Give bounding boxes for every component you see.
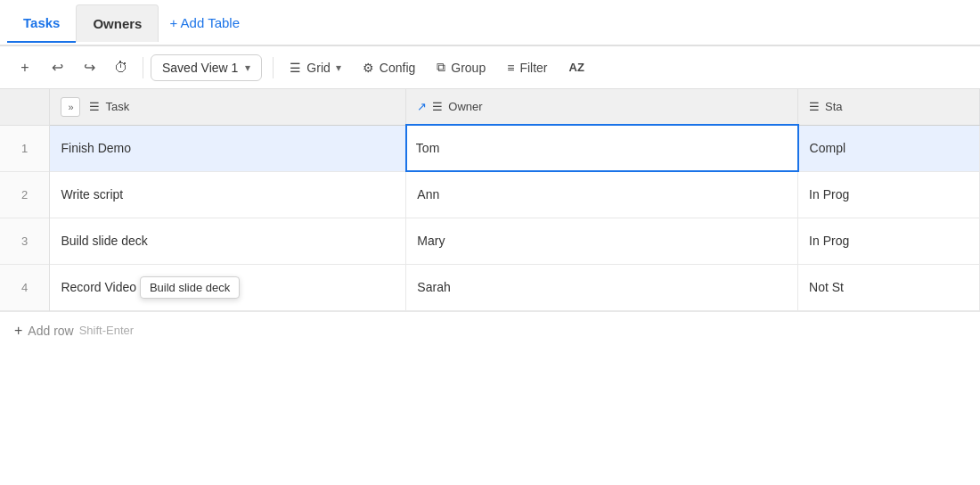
status-cell-3: In Prog [798,218,980,264]
tab-owners[interactable]: Owners [76,4,159,42]
row-num-header [0,89,50,125]
row-num-1: 1 [0,125,50,171]
task-cell-3[interactable]: Build slide deck [50,218,406,264]
add-row-bar[interactable]: + Add row Shift-Enter [0,311,980,349]
filter-label: Filter [519,61,547,75]
tab-tasks[interactable]: Tasks [7,4,76,43]
toolbar-divider-1 [143,57,143,78]
sort-button[interactable]: AZ [560,55,593,79]
chevron-down-icon: ▾ [245,62,250,74]
saved-view-button[interactable]: Saved View 1 ▾ [151,54,262,81]
group-icon: ⧉ [437,60,445,75]
task-column-header[interactable]: » ☰ Task [50,89,406,125]
group-label: Group [451,61,486,75]
table-row[interactable]: 4 Record Video Build slide deck Sarah No… [0,264,980,310]
list-icon-status: ☰ [809,100,820,113]
status-column-header[interactable]: ☰ Sta [798,89,980,125]
list-icon-owner: ☰ [432,100,443,113]
link-icon: ↗ [417,100,427,113]
status-cell-4: Not St [798,264,980,310]
saved-view-label: Saved View 1 [162,61,238,75]
list-icon-task: ☰ [89,100,100,113]
filter-button[interactable]: ≡ Filter [498,55,556,80]
config-label: Config [380,61,415,75]
owner-cell-4[interactable]: Sarah [406,264,798,310]
add-table-button[interactable]: + Add Table [159,8,250,37]
tooltip-bubble: Build slide deck [140,276,240,299]
row-num-3: 3 [0,218,50,264]
task-cell-1[interactable]: Finish Demo [50,125,406,171]
owner-column-header[interactable]: ↗ ☰ Owner [406,89,798,125]
grid-dropdown-icon: ▾ [336,62,341,74]
task-cell-4[interactable]: Record Video Build slide deck [50,264,406,310]
redo-button[interactable]: ↪ [75,53,103,82]
toolbar-divider-2 [273,57,274,78]
add-row-shortcut: Shift-Enter [79,324,134,337]
owner-cell-2[interactable]: Ann [406,171,798,218]
task-cell-2[interactable]: Write script [50,171,406,218]
group-button[interactable]: ⧉ Group [428,54,494,80]
owner-column-label: Owner [448,100,482,113]
sort-icon: AZ [569,61,584,74]
status-cell-2: In Prog [798,171,980,218]
grid-button[interactable]: ☰ Grid ▾ [281,55,349,80]
task-cell-4-text: Record Video [61,280,136,294]
row-num-2: 2 [0,171,50,218]
status-cell-1: Compl [798,125,980,171]
history-button[interactable]: ⏱ [107,53,135,82]
undo-button[interactable]: ↩ [43,53,71,82]
row-num-4: 4 [0,264,50,310]
task-column-label: Task [105,100,129,113]
grid-icon: ☰ [290,61,301,75]
owner-cell-1[interactable]: Tom [406,125,798,171]
table-row[interactable]: 2 Write script Ann In Prog [0,171,980,218]
owner-cell-3[interactable]: Mary [406,218,798,264]
header-row: » ☰ Task ↗ ☰ Owner ☰ Sta [0,89,980,125]
add-row-plus: + [14,323,22,339]
table-row[interactable]: 1 Finish Demo Tom Compl [0,125,980,171]
gear-icon: ⚙ [363,61,374,75]
expand-icon[interactable]: » [61,97,80,117]
data-table: » ☰ Task ↗ ☰ Owner ☰ Sta [0,89,980,311]
grid-label: Grid [306,61,330,75]
status-column-label: Sta [825,100,843,113]
add-row-label: Add row [28,324,73,338]
toolbar: + ↩ ↪ ⏱ Saved View 1 ▾ ☰ Grid ▾ ⚙ Config… [0,46,980,89]
filter-icon: ≡ [507,61,514,75]
tab-bar: Tasks Owners + Add Table [0,0,980,46]
table-area: » ☰ Task ↗ ☰ Owner ☰ Sta [0,89,980,311]
add-button[interactable]: + [11,53,39,82]
config-button[interactable]: ⚙ Config [354,55,424,80]
table-row[interactable]: 3 Build slide deck Mary In Prog [0,218,980,264]
